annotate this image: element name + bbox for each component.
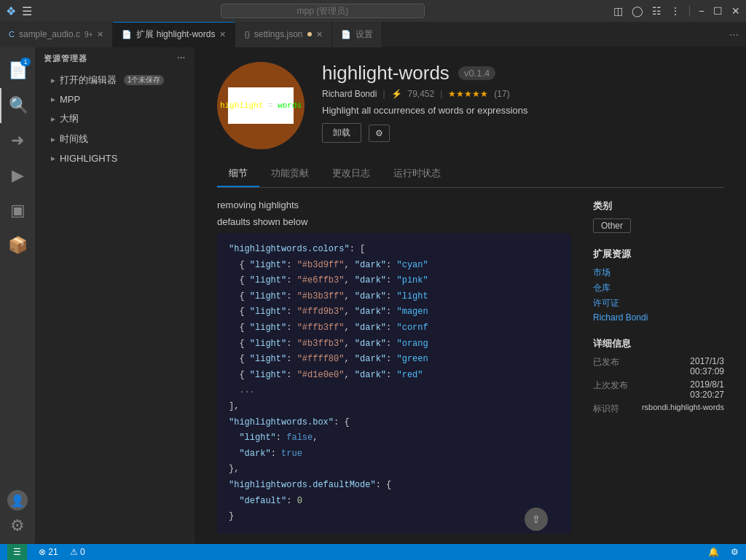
- layout-menu-icon[interactable]: ⋮: [670, 5, 680, 17]
- minimize-button[interactable]: −: [699, 5, 704, 17]
- tab-more-icon[interactable]: ⋯: [722, 29, 746, 40]
- layout-panel-icon[interactable]: ◯: [632, 5, 643, 17]
- category-section: 类别 Other: [593, 200, 724, 233]
- settings-file-icon: 📄: [341, 30, 351, 39]
- removing-highlights-text: removing highlights: [217, 200, 571, 210]
- tab-changelog[interactable]: 更改日志: [321, 161, 382, 187]
- tab-contributions[interactable]: 功能贡献: [259, 161, 321, 187]
- sidebar-item-outline[interactable]: ► 大纲: [35, 110, 195, 127]
- chevron-right-icon: ►: [50, 154, 57, 162]
- search-input[interactable]: [221, 4, 425, 18]
- published-date: 2017/1/3 00:37:09: [690, 356, 724, 376]
- sidebar-header: 资源管理器 ⋯: [35, 47, 195, 70]
- activity-remote[interactable]: 📦: [0, 228, 35, 263]
- tab-highlight-words[interactable]: 📄 扩展 highlight-words ✕: [113, 22, 235, 47]
- sidebar-item-label: 大纲: [60, 112, 79, 125]
- last-updated-date: 2019/8/1 03:20:27: [690, 379, 724, 400]
- remote-icon: 📦: [8, 236, 28, 255]
- activity-search[interactable]: 🔍: [0, 88, 35, 123]
- tab-badge: 9+: [85, 31, 93, 39]
- user-avatar[interactable]: 👤: [7, 490, 28, 510]
- details-title: 详细信息: [593, 337, 724, 350]
- category-badge[interactable]: Other: [593, 218, 631, 233]
- search-icon: 🔍: [9, 96, 28, 115]
- last-updated-row: 上次发布 2019/8/1 03:20:27: [593, 379, 724, 400]
- extension-stars: ★★★★★: [448, 89, 488, 99]
- unsaved-badge: 1个未保存: [124, 75, 165, 85]
- tab-close-icon[interactable]: ✕: [97, 30, 103, 39]
- tab-settings[interactable]: 📄 设置: [332, 22, 382, 47]
- author-link[interactable]: Richard Bondi: [593, 312, 724, 323]
- json-icon: {}: [244, 30, 249, 39]
- settings-gear[interactable]: ⚙: [7, 513, 28, 538]
- sidebar-section-mpp: ► MPP: [35, 90, 195, 109]
- tab-close-icon[interactable]: ✕: [219, 30, 226, 39]
- extension-info: highlight-words v0.1.4 Richard Bondi | ⚡…: [322, 62, 724, 143]
- license-link[interactable]: 许可证: [593, 297, 724, 309]
- extension-icon: 📄: [122, 30, 132, 39]
- remote-status[interactable]: ☰: [7, 544, 27, 560]
- sidebar-item-mpp[interactable]: ► MPP: [35, 92, 195, 107]
- tab-runtime[interactable]: 运行时状态: [382, 161, 452, 187]
- sidebar-section-open-editors: ► 打开的编辑器 1个未保存: [35, 70, 195, 90]
- published-row: 已发布 2017/1/3 00:37:09: [593, 356, 724, 376]
- activity-explorer[interactable]: 📄 1: [0, 53, 35, 88]
- tab-sample-audio[interactable]: C sample_audio.c 9+ ✕: [0, 22, 113, 47]
- repository-link[interactable]: 仓库: [593, 282, 724, 294]
- notification-icon[interactable]: 🔔: [708, 547, 719, 557]
- extension-logo-inner: highlight = words: [228, 87, 294, 124]
- logo-text-highlight: highlight: [220, 101, 263, 110]
- layout-sidebar-icon[interactable]: ◫: [613, 5, 623, 17]
- sidebar-section-timeline: ► 时间线: [35, 129, 195, 149]
- extension-description: Highlight all occurrences of words or ex…: [322, 105, 724, 116]
- category-title: 类别: [593, 200, 724, 213]
- sidebar-title: 资源管理器: [44, 53, 87, 64]
- extension-star-count: (17): [494, 89, 509, 99]
- marketplace-link[interactable]: 市场: [593, 267, 724, 279]
- activity-extensions[interactable]: ▣: [0, 193, 35, 228]
- uninstall-button[interactable]: 卸载: [322, 123, 361, 143]
- resources-title: 扩展资源: [593, 248, 724, 261]
- extension-version: v0.1.4: [458, 66, 495, 80]
- layout-grid-icon[interactable]: ☷: [652, 5, 661, 17]
- settings-button[interactable]: ⚙: [369, 125, 390, 142]
- hamburger-menu-icon[interactable]: ☰: [22, 4, 32, 18]
- source-control-icon: ➜: [11, 131, 24, 150]
- identifier-value: rsbondi.highlight-words: [642, 403, 724, 415]
- sidebar-item-open-editors[interactable]: ► 打开的编辑器 1个未保存: [35, 71, 195, 89]
- extension-logo: highlight = words: [217, 62, 305, 149]
- activity-scm[interactable]: ➜: [0, 123, 35, 158]
- gear-icon: ⚙: [10, 516, 25, 535]
- warning-count[interactable]: ⚠ 0: [70, 547, 85, 557]
- sidebar-item-label: HIGHLIGHTS: [60, 153, 117, 164]
- chevron-right-icon: ►: [50, 95, 57, 103]
- code-block: "highlightwords.colors": [ { "light": "#…: [217, 233, 571, 534]
- logo-text-words: words: [278, 101, 302, 110]
- close-button[interactable]: ✕: [731, 5, 740, 17]
- extension-tabs: 细节 功能贡献 更改日志 运行时状态: [217, 161, 724, 188]
- statusbar: ☰ ⊗ 21 ⚠ 0 🔔 ⚙: [0, 544, 746, 560]
- settings-status-icon[interactable]: ⚙: [731, 547, 739, 557]
- tab-settings-json[interactable]: {} settings.json ✕: [235, 22, 331, 47]
- user-icon: 👤: [10, 494, 25, 508]
- sidebar-item-label: 时间线: [60, 133, 88, 146]
- download-icon: ⚡: [391, 89, 402, 99]
- details-section: 详细信息 已发布 2017/1/3 00:37:09 上次发布 2019/8/1: [593, 337, 724, 415]
- code-key: "highlightwords.colors": [229, 244, 350, 254]
- scroll-up-button[interactable]: ⇧: [525, 508, 548, 531]
- sidebar-item-highlights[interactable]: ► HIGHLIGHTS: [35, 151, 195, 166]
- activity-debug[interactable]: ▶: [0, 158, 35, 193]
- vscode-logo-icon: ❖: [6, 4, 16, 18]
- sidebar-more-icon[interactable]: ⋯: [177, 54, 186, 63]
- chevron-right-icon: ►: [50, 115, 57, 123]
- tab-detail[interactable]: 细节: [217, 161, 259, 187]
- logo-text-eq: =: [268, 101, 273, 110]
- tab-bar: C sample_audio.c 9+ ✕ 📄 扩展 highlight-wor…: [0, 22, 746, 47]
- sidebar-item-timeline[interactable]: ► 时间线: [35, 130, 195, 148]
- tab-label: 扩展 highlight-words: [136, 28, 215, 41]
- content-area: highlight = words highlight-words v0.1.4…: [195, 47, 746, 544]
- tab-close-icon[interactable]: ✕: [316, 30, 323, 39]
- maximize-button[interactable]: ☐: [713, 5, 723, 17]
- error-count[interactable]: ⊗ 21: [39, 547, 58, 557]
- tab-label: 设置: [356, 28, 373, 41]
